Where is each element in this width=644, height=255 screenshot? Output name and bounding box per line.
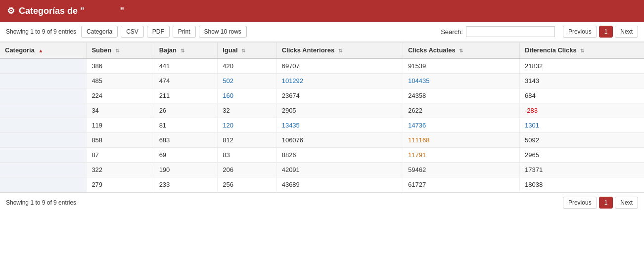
cell-clicks-actuales: 24358: [403, 88, 520, 103]
cell-bajan: 26: [154, 103, 218, 118]
search-input[interactable]: [466, 26, 555, 37]
cell-suben: 87: [87, 148, 154, 163]
next-button-bottom[interactable]: Next: [615, 197, 638, 209]
cell-bajan: 81: [154, 118, 218, 133]
cell-diferencia-clicks: 3143: [520, 74, 644, 88]
cell-clicks-anteriores: 69707: [276, 58, 403, 74]
table-row: 4854745021012921044353143: [0, 74, 644, 88]
cell-suben: 279: [87, 177, 154, 192]
sort-icon-bajan: ⇅: [181, 48, 184, 53]
cell-diferencia-clicks: -283: [520, 103, 644, 118]
pdf-button[interactable]: PDF: [147, 26, 170, 38]
cell-categoria: [0, 177, 87, 192]
page-1-button-bottom[interactable]: 1: [599, 197, 613, 209]
cell-diferencia-clicks: 2965: [520, 148, 644, 163]
sort-icon-cact: ⇅: [459, 48, 463, 53]
cell-suben: 322: [87, 163, 154, 177]
table-row: 8769838826117912965: [0, 148, 644, 163]
table-row: 279233256436896172718038: [0, 177, 644, 192]
cell-clicks-anteriores: 8826: [276, 148, 403, 163]
cell-suben: 485: [87, 74, 154, 88]
cell-categoria: [0, 148, 87, 163]
cell-categoria: [0, 133, 87, 148]
previous-button-bottom[interactable]: Previous: [563, 197, 597, 209]
cell-clicks-anteriores: 42091: [276, 163, 403, 177]
cell-bajan: 190: [154, 163, 218, 177]
cell-clicks-anteriores: 106076: [276, 133, 403, 148]
showing-entries-top: Showing 1 to 9 of 9 entries: [6, 28, 76, 35]
pagination-top: Previous 1 Next: [563, 26, 638, 38]
cell-suben: 386: [87, 58, 154, 74]
cell-igual: 420: [218, 58, 277, 74]
table-header-row: Categoria ▲ Suben ⇅ Bajan ⇅ Igual ⇅ Clic…: [0, 42, 644, 59]
cell-diferencia-clicks: 1301: [520, 118, 644, 133]
excel-button[interactable]: Categoria: [81, 26, 118, 38]
col-igual[interactable]: Igual ⇅: [218, 42, 277, 59]
col-suben[interactable]: Suben ⇅: [87, 42, 154, 59]
cell-igual: 812: [218, 133, 277, 148]
show-rows-button[interactable]: Show 10 rows: [199, 26, 247, 38]
cell-igual: 83: [218, 148, 277, 163]
showing-entries-bottom: Showing 1 to 9 of 9 entries: [6, 199, 76, 206]
data-table: Categoria ▲ Suben ⇅ Bajan ⇅ Igual ⇅ Clic…: [0, 42, 644, 192]
cell-diferencia-clicks: 5092: [520, 133, 644, 148]
cell-categoria: [0, 163, 87, 177]
cell-categoria: [0, 88, 87, 103]
cell-diferencia-clicks: 18038: [520, 177, 644, 192]
cell-suben: 119: [87, 118, 154, 133]
sort-icon-igual: ⇅: [241, 48, 245, 53]
next-button-top[interactable]: Next: [615, 26, 638, 38]
col-diferencia-clicks[interactable]: Diferencia Clicks ⇅: [520, 42, 644, 59]
sort-icon-diff: ⇅: [580, 48, 584, 53]
cell-clicks-actuales: 59462: [403, 163, 520, 177]
page-title: Categorías de " ": [19, 5, 124, 17]
page-1-button-top[interactable]: 1: [599, 26, 613, 38]
cell-bajan: 441: [154, 58, 218, 74]
cell-bajan: 211: [154, 88, 218, 103]
cell-igual: 120: [218, 118, 277, 133]
cell-clicks-anteriores: 2905: [276, 103, 403, 118]
col-clicks-actuales[interactable]: Clicks Actuales ⇅: [403, 42, 520, 59]
sort-icon-suben: ⇅: [115, 48, 119, 53]
footer-bar: Showing 1 to 9 of 9 entries Previous 1 N…: [0, 192, 644, 212]
cell-clicks-anteriores: 13435: [276, 118, 403, 133]
table-row: 8586838121060761111685092: [0, 133, 644, 148]
cell-clicks-actuales: 111168: [403, 133, 520, 148]
cell-categoria: [0, 118, 87, 133]
cell-categoria: [0, 58, 87, 74]
search-area: Search:: [441, 26, 555, 37]
cell-diferencia-clicks: 17371: [520, 163, 644, 177]
cell-bajan: 683: [154, 133, 218, 148]
cell-igual: 160: [218, 88, 277, 103]
print-button[interactable]: Print: [173, 26, 196, 38]
col-clicks-anteriores[interactable]: Clicks Anteriores ⇅: [276, 42, 403, 59]
cell-igual: 502: [218, 74, 277, 88]
cell-bajan: 233: [154, 177, 218, 192]
cell-clicks-anteriores: 43689: [276, 177, 403, 192]
cell-igual: 32: [218, 103, 277, 118]
toolbar: Showing 1 to 9 of 9 entries Categoria CS…: [0, 22, 644, 42]
cell-suben: 34: [87, 103, 154, 118]
cell-suben: 858: [87, 133, 154, 148]
cell-bajan: 474: [154, 74, 218, 88]
sort-icon-ca: ⇅: [338, 48, 342, 53]
cell-categoria: [0, 103, 87, 118]
cell-igual: 206: [218, 163, 277, 177]
cell-clicks-actuales: 11791: [403, 148, 520, 163]
cell-bajan: 69: [154, 148, 218, 163]
cell-clicks-actuales: 2622: [403, 103, 520, 118]
table-row: 322190206420915946217371: [0, 163, 644, 177]
cell-diferencia-clicks: 21832: [520, 58, 644, 74]
col-bajan[interactable]: Bajan ⇅: [154, 42, 218, 59]
table-row: 386441420697079153921832: [0, 58, 644, 74]
sort-asc-icon: ▲: [39, 48, 44, 53]
cell-clicks-anteriores: 23674: [276, 88, 403, 103]
col-categoria[interactable]: Categoria ▲: [0, 42, 87, 59]
pagination-bottom: Previous 1 Next: [563, 197, 638, 209]
table-row: 34263229052622-283: [0, 103, 644, 118]
search-label: Search:: [441, 28, 463, 36]
cell-clicks-actuales: 91539: [403, 58, 520, 74]
csv-button[interactable]: CSV: [121, 26, 144, 38]
previous-button-top[interactable]: Previous: [563, 26, 597, 38]
cell-diferencia-clicks: 684: [520, 88, 644, 103]
